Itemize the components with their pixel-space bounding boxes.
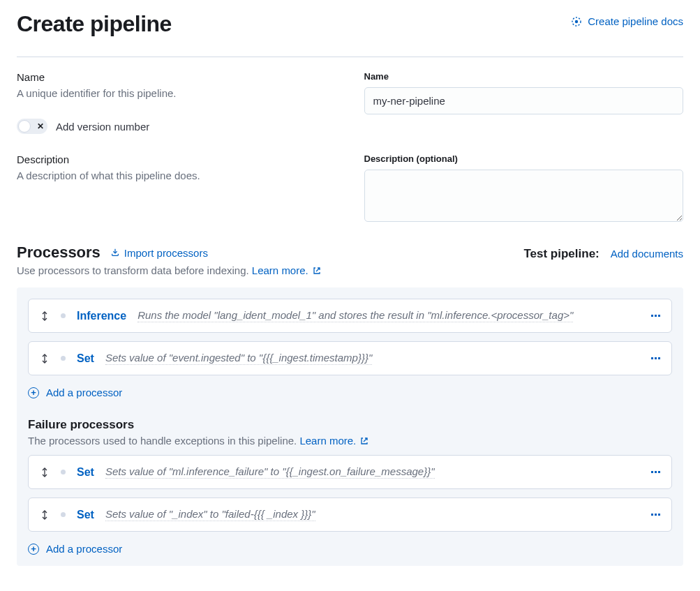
processors-description: Use processors to transform data before …: [17, 264, 252, 276]
toggle-knob: [18, 120, 31, 133]
processor-name-link[interactable]: Inference: [77, 310, 126, 322]
more-actions-button[interactable]: [651, 514, 660, 516]
failure-processor-row: Set Sets value of "_index" to "failed-{{…: [28, 498, 672, 532]
status-dot: [61, 470, 66, 474]
processor-description: Sets value of "_index" to "failed-{{{ _i…: [105, 508, 315, 521]
status-dot: [61, 356, 66, 361]
processor-name-link[interactable]: Set: [77, 509, 94, 521]
failure-processors-description: The processors used to handle exceptions…: [28, 435, 299, 447]
description-heading: Description: [17, 154, 336, 165]
add-processor-label: Add a processor: [46, 387, 122, 398]
import-processors-link[interactable]: Import processors: [110, 247, 208, 259]
description-description: A description of what this pipeline does…: [17, 170, 336, 181]
add-documents-link[interactable]: Add documents: [611, 248, 683, 260]
failure-processors-title: Failure processors: [28, 418, 672, 432]
learn-more-label: Learn more.: [299, 435, 356, 447]
learn-more-label: Learn more.: [252, 264, 308, 276]
name-field-label: Name: [364, 71, 684, 82]
add-version-toggle[interactable]: ✕: [17, 119, 47, 134]
add-version-label: Add version number: [56, 121, 149, 133]
add-processor-label: Add a processor: [46, 543, 122, 555]
close-icon: ✕: [37, 122, 44, 130]
docs-link-label: Create pipeline docs: [588, 15, 683, 27]
page-title: Create pipeline: [17, 11, 172, 37]
name-heading: Name: [17, 71, 336, 83]
svg-point-1: [575, 20, 578, 22]
drag-handle-icon[interactable]: [40, 509, 50, 521]
plus-circle-icon: [28, 387, 39, 398]
drag-handle-icon[interactable]: [40, 467, 50, 478]
external-link-icon: [313, 267, 321, 275]
add-failure-processor-button[interactable]: Add a processor: [28, 543, 122, 555]
description-field-label: Description (optional): [364, 154, 684, 164]
test-pipeline-label: Test pipeline:: [523, 247, 599, 261]
processor-description: Sets value of "event.ingested" to "{{{_i…: [105, 352, 372, 365]
more-actions-button[interactable]: [651, 357, 660, 359]
processors-title: Processors: [17, 244, 100, 262]
processor-row: Set Sets value of "event.ingested" to "{…: [28, 341, 672, 375]
add-processor-button[interactable]: Add a processor: [28, 387, 122, 398]
drag-handle-icon[interactable]: [40, 353, 50, 364]
processor-name-link[interactable]: Set: [77, 466, 94, 479]
name-input[interactable]: [364, 87, 684, 114]
more-actions-button[interactable]: [651, 471, 660, 473]
import-icon: [110, 248, 120, 257]
help-icon: [571, 16, 582, 27]
status-dot: [61, 512, 66, 517]
status-dot: [61, 313, 66, 318]
plus-circle-icon: [28, 544, 39, 555]
processor-description: Sets value of "ml.inference_failure" to …: [105, 465, 435, 479]
processor-description: Runs the model "lang_ident_model_1" and …: [137, 309, 573, 322]
import-processors-label: Import processors: [124, 247, 208, 259]
description-textarea[interactable]: [364, 170, 684, 222]
more-actions-button[interactable]: [651, 315, 660, 317]
failure-processor-row: Set Sets value of "ml.inference_failure"…: [28, 455, 672, 489]
processor-row: Inference Runs the model "lang_ident_mod…: [28, 299, 672, 333]
external-link-icon: [360, 437, 368, 445]
drag-handle-icon[interactable]: [40, 311, 50, 322]
name-description: A unique identifier for this pipeline.: [17, 87, 336, 99]
divider: [17, 57, 683, 57]
processors-container: Inference Runs the model "lang_ident_mod…: [17, 287, 683, 566]
create-pipeline-docs-link[interactable]: Create pipeline docs: [571, 15, 683, 27]
processor-name-link[interactable]: Set: [77, 352, 94, 365]
failure-learn-more-link[interactable]: Learn more.: [299, 435, 368, 447]
processors-learn-more-link[interactable]: Learn more.: [252, 264, 321, 276]
